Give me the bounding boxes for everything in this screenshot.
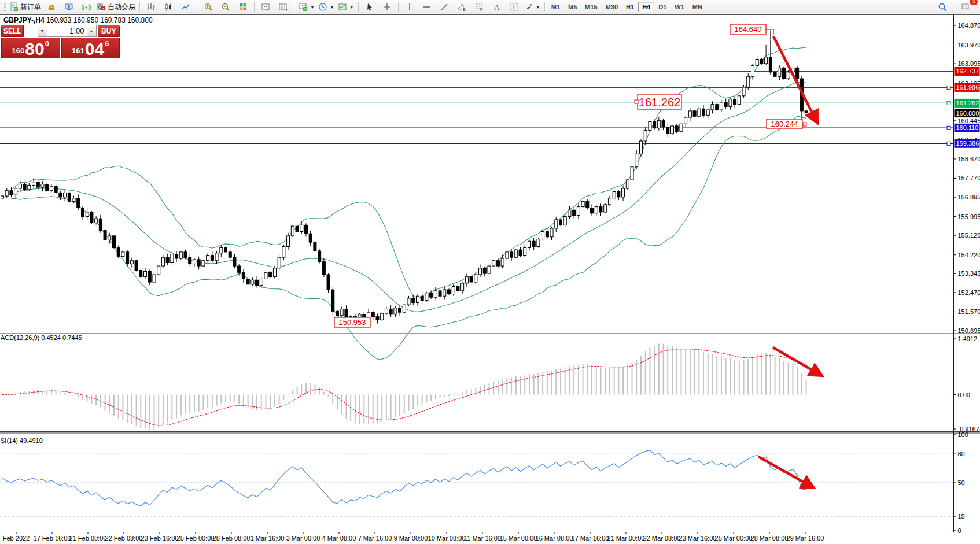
candle-body xyxy=(416,296,419,302)
candle-body xyxy=(269,272,272,276)
candle-body xyxy=(769,57,772,72)
candle-body xyxy=(626,180,629,188)
line-handle[interactable] xyxy=(947,126,950,129)
toolbar-tile-windows-button[interactable] xyxy=(234,1,252,13)
line-handle[interactable] xyxy=(947,101,950,105)
toolbar-chart-shift-button[interactable] xyxy=(274,1,292,13)
sell-button[interactable]: SELL xyxy=(1,25,24,37)
annotation-text: 160.244 xyxy=(771,120,798,128)
sell-price[interactable]: 160 80 0 xyxy=(1,38,60,58)
candle-body xyxy=(470,277,473,282)
candle-body xyxy=(430,293,433,297)
candle-body xyxy=(425,293,428,301)
toolbar-horizontal-line-button[interactable] xyxy=(418,1,436,13)
toolbar-equidistant-channel-button[interactable]: E xyxy=(453,1,470,13)
toolbar-trendline-button[interactable] xyxy=(436,1,453,13)
search-button[interactable] xyxy=(934,1,951,13)
toolbar-new-order-button[interactable]: 新订单 xyxy=(8,1,43,13)
bollinger-middle-line[interactable] xyxy=(11,82,806,312)
buy-button[interactable]: BUY xyxy=(98,25,120,37)
candle-body xyxy=(224,247,227,251)
macd-pane xyxy=(2,344,806,431)
toolbar-signals-button[interactable] xyxy=(78,1,95,13)
toolbar-chart-bars-button[interactable] xyxy=(142,1,160,13)
volume-up-button[interactable]: ▲ xyxy=(87,25,97,37)
timeframe-m1-button[interactable]: M1 xyxy=(547,2,564,12)
toolbar-auto-trading-button[interactable]: 自动交易 xyxy=(95,1,137,13)
price-tick-label: 154.220 xyxy=(958,251,980,258)
annotation-text: 150.953 xyxy=(339,318,366,327)
toolbar-auto-scroll-button[interactable] xyxy=(257,1,274,13)
timeframe-h4-button[interactable]: H4 xyxy=(638,2,654,12)
signal-icon xyxy=(82,2,91,12)
chart-canvas[interactable]: 164.870163.970163.095162.195160.445159.5… xyxy=(0,14,980,544)
toolbar-fibonacci-button[interactable]: F xyxy=(470,1,488,13)
toolbar-arrow-objects-button[interactable]: ▼ xyxy=(522,1,542,13)
toolbar-cursor-button[interactable] xyxy=(361,1,378,13)
line-handle[interactable] xyxy=(947,86,950,89)
timeframe-m30-button[interactable]: M30 xyxy=(602,2,622,12)
candle-body xyxy=(54,186,57,193)
toolbar-vertical-line-button[interactable] xyxy=(401,1,418,13)
candle-body xyxy=(68,193,71,201)
time-tick-label: 23 Mar 16:00 xyxy=(679,535,717,542)
candle-body xyxy=(443,290,446,296)
toolbar-chart-line-button[interactable] xyxy=(177,1,194,13)
toolbar-chart-candles-button[interactable] xyxy=(160,1,177,13)
candle-body xyxy=(452,286,455,294)
candle-body xyxy=(666,127,669,134)
notifications-button[interactable]: 1 xyxy=(957,1,974,13)
rsi-line xyxy=(2,450,806,506)
candle-body xyxy=(765,57,768,64)
candle-body xyxy=(207,255,209,260)
volume-input[interactable] xyxy=(47,25,87,37)
candle-body xyxy=(314,242,316,251)
buy-price-pips: 04 xyxy=(85,42,104,57)
toolbar-crosshair-button[interactable] xyxy=(378,1,396,13)
candle-body xyxy=(680,124,683,131)
timeframe-mn-button[interactable]: MN xyxy=(688,2,706,12)
candle-body xyxy=(1,196,4,198)
buy-price[interactable]: 161 04 6 xyxy=(61,38,120,58)
candle-body xyxy=(492,261,495,266)
candle-body xyxy=(95,219,98,223)
candle-body xyxy=(573,210,576,215)
price-tick-label: 155.120 xyxy=(958,232,980,239)
toolbar-templates-button[interactable]: ▼ xyxy=(336,1,356,13)
candle-body xyxy=(251,280,254,284)
annotation-handle[interactable] xyxy=(635,100,638,103)
annotation-handle[interactable] xyxy=(803,123,806,126)
trend-arrow[interactable] xyxy=(773,36,817,123)
toolbar-market-depth-button[interactable] xyxy=(43,1,60,13)
candle-body xyxy=(19,184,21,188)
trend-arrow[interactable] xyxy=(758,457,814,488)
timeframe-h1-button[interactable]: H1 xyxy=(622,2,638,12)
timeframe-d1-button[interactable]: D1 xyxy=(654,2,670,12)
price-badge-text: 159.386 xyxy=(956,140,979,147)
toolbar-zoom-in-button[interactable] xyxy=(200,1,217,13)
timeframe-m15-button[interactable]: M15 xyxy=(581,2,601,12)
price-tick-label: 163.970 xyxy=(958,42,980,49)
line-handle[interactable] xyxy=(947,142,950,145)
price-tick-label: 158.670 xyxy=(958,156,980,162)
timeframe-m5-button[interactable]: M5 xyxy=(564,2,581,12)
timeframe-w1-button[interactable]: W1 xyxy=(670,2,688,12)
candle-body xyxy=(99,219,102,230)
toolbar-terminal-button[interactable] xyxy=(60,1,78,13)
toolbar-zoom-out-button[interactable] xyxy=(217,1,234,13)
time-axis[interactable]: Feb 202217 Feb 16:0021 Feb 00:0022 Feb 0… xyxy=(3,532,824,542)
toolbar-text-button[interactable]: A xyxy=(488,1,505,13)
toolbar-auto-trading-label: 自动交易 xyxy=(108,2,135,12)
toolbar-new-chart-button[interactable]: ▼ xyxy=(297,1,316,13)
candle-body xyxy=(157,266,160,275)
toolbar-text-label-button[interactable]: T xyxy=(505,1,522,13)
volume-down-button[interactable]: ▼ xyxy=(38,25,47,37)
bollinger-lower-line[interactable] xyxy=(11,116,806,359)
vline-icon xyxy=(405,2,414,12)
zoom-in-icon xyxy=(204,2,213,12)
candle-body xyxy=(591,208,594,213)
candle-body xyxy=(756,59,758,65)
toolbar-profiles-button[interactable]: ▼ xyxy=(316,1,336,13)
candle-body xyxy=(581,201,584,206)
chart-window[interactable]: 164.870163.970163.095162.195160.445159.5… xyxy=(0,14,980,544)
